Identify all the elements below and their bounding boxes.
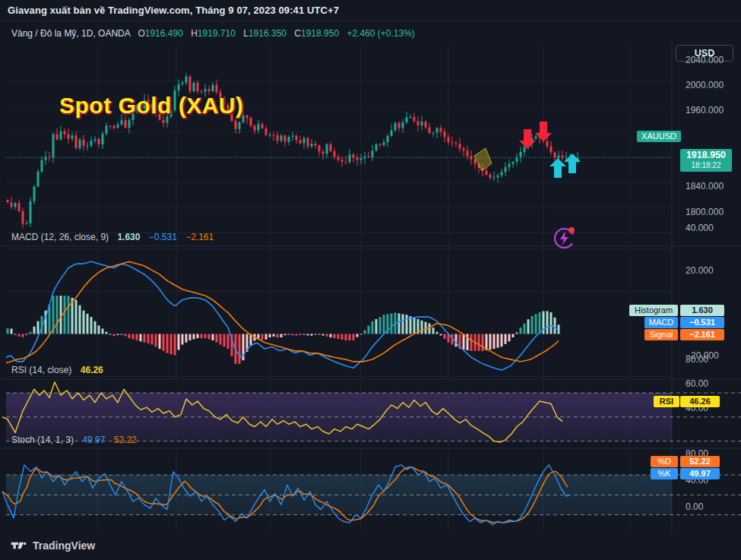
up-arrow-icon	[549, 158, 566, 178]
change-value: +2.460 (+0.13%)	[347, 28, 414, 39]
macd-name-tag: MACD	[644, 317, 678, 328]
rsi-value-tag: 46.26	[680, 396, 720, 407]
stoch-d-value: 52.22	[114, 435, 137, 445]
stoch-d-value-tag: 52.22	[680, 456, 720, 467]
price-axis-label: 80.00	[686, 354, 708, 365]
spot-gold-text-drawing: Spot Gold (XAU)	[59, 93, 243, 119]
tradingview-logo-icon	[11, 540, 27, 551]
signal-name-tag: Signal	[644, 329, 678, 340]
rsi-band	[6, 393, 672, 441]
price-axis-label: 2040.000	[686, 55, 724, 65]
price-axis-label: 1960.000	[686, 105, 724, 115]
macd-value-tag: −0.531	[680, 317, 724, 328]
macd-title: MACD (12, 26, close, 9)	[11, 232, 109, 242]
rsi-name-tag: RSI	[654, 396, 679, 407]
countdown-timer: 18:18:22	[680, 161, 732, 169]
rsi-value: 46.26	[81, 365, 103, 375]
current-price-value: 1918.950	[680, 150, 732, 161]
chart-area[interactable]: Spot Gold (XAU) Vàng / Đô la Mỹ, 1D, OAN…	[0, 21, 741, 534]
macd-histogram-value: 1.630	[117, 232, 140, 242]
macd-line[interactable]	[2, 261, 559, 370]
footer: TradingView	[0, 533, 741, 560]
open-label: O	[138, 28, 144, 39]
price-axis-label: 60.00	[686, 378, 708, 389]
price-axis-label: 1800.000	[686, 207, 724, 217]
olive-flag-drawing[interactable]	[474, 148, 492, 171]
low-label: L	[243, 28, 249, 39]
macd-histogram[interactable]	[7, 296, 560, 364]
rsi-title: RSI (14, close)	[11, 365, 71, 375]
page-title: Giavang xuất bản về TradingView.com, Thá…	[8, 5, 339, 16]
symbol-name: Vàng / Đô la Mỹ, 1D, OANDA	[11, 28, 130, 39]
tradingview-brand-text: TradingView	[33, 539, 95, 552]
tradingview-chart-window: Giavang xuất bản về TradingView.com, Thá…	[0, 0, 741, 560]
open-value: 1916.490	[145, 28, 183, 39]
stoch-k-value-tag: 49.97	[680, 468, 720, 479]
price-axis-label: 20.000	[686, 265, 714, 276]
macd-line-value: −0.531	[149, 232, 177, 242]
stoch-k-value: 49.97	[82, 435, 105, 445]
close-value: 1918.950	[301, 28, 339, 39]
price-axis-label: 0.00	[686, 501, 703, 512]
stoch-title: Stoch (14, 1, 3)	[11, 435, 74, 445]
stoch-d-name-tag: %D	[651, 456, 678, 467]
stoch-band	[6, 475, 672, 515]
close-label: C	[294, 28, 301, 39]
macd-legend[interactable]: MACD (12, 26, close, 9) 1.630 −0.531 −2.…	[11, 232, 214, 242]
tradingview-brand-link[interactable]: TradingView	[11, 539, 95, 552]
symbol-price-label-tag: XAUUSD	[637, 131, 681, 142]
current-price-tag: 1918.950 18:18:22	[680, 149, 732, 172]
low-value: 1916.350	[249, 28, 287, 39]
rsi-legend[interactable]: RSI (14, close) 46.26	[11, 365, 103, 375]
flash-idea-icon[interactable]	[555, 227, 575, 248]
macd-signal-value: −2.161	[185, 232, 214, 242]
price-axis-label: 40.000	[686, 223, 714, 233]
down-arrow-icon	[519, 129, 536, 149]
high-label: H	[191, 28, 198, 39]
histogram-value-tag: 1.630	[680, 305, 724, 316]
high-value: 1919.710	[198, 28, 236, 39]
signal-value-tag: −2.161	[680, 329, 724, 340]
price-axis-label: 1840.000	[686, 181, 724, 191]
symbol-legend[interactable]: Vàng / Đô la Mỹ, 1D, OANDA O1916.490 H19…	[11, 28, 415, 39]
stoch-legend[interactable]: Stoch (14, 1, 3) 49.97 52.22	[11, 435, 137, 445]
price-axis-label: 2000.000	[686, 80, 724, 90]
stoch-k-name-tag: %K	[651, 468, 678, 479]
histogram-name-tag: Histogram	[629, 305, 678, 316]
